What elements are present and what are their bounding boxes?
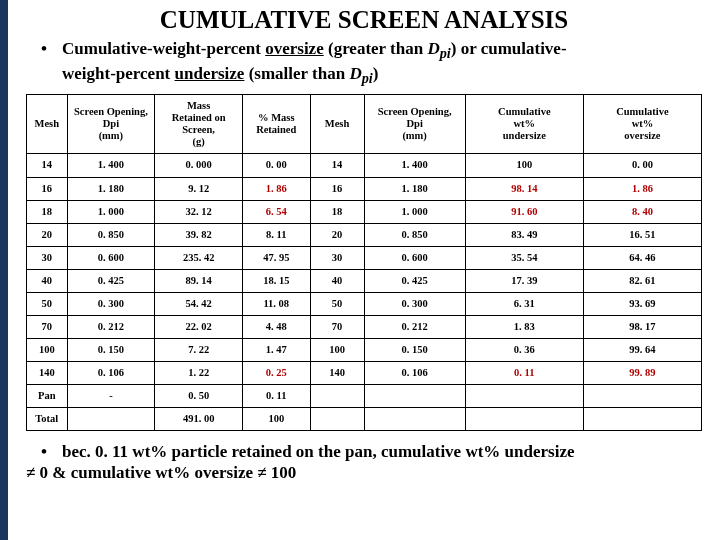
table-cell: 54. 42 [155, 292, 243, 315]
table-cell: 100 [310, 338, 364, 361]
table-row: 1000. 1507. 221. 471000. 1500. 3699. 64 [27, 338, 702, 361]
table-cell: 70 [310, 315, 364, 338]
table-cell: 16. 51 [583, 223, 701, 246]
table-cell: 1. 22 [155, 362, 243, 385]
definition-bullet: • Cumulative-weight-percent oversize (gr… [26, 38, 702, 88]
table-cell: 35. 54 [465, 246, 583, 269]
table-cell: 70 [27, 315, 68, 338]
bullet-icon: • [26, 441, 62, 462]
table-cell: 14 [27, 154, 68, 177]
table-cell: 0. 11 [465, 362, 583, 385]
table-row: 141. 4000. 0000. 00141. 4001000. 00 [27, 154, 702, 177]
table-cell: 0. 850 [364, 223, 465, 246]
table-cell: 9. 12 [155, 177, 243, 200]
table-cell: 0. 425 [67, 269, 155, 292]
table-cell [465, 385, 583, 408]
bullet-icon: • [26, 38, 62, 88]
table-cell: 47. 95 [243, 246, 311, 269]
table-cell: 17. 39 [465, 269, 583, 292]
table-cell [67, 408, 155, 431]
table-cell: 99. 64 [583, 338, 701, 361]
table-cell: 1. 47 [243, 338, 311, 361]
table-cell [465, 408, 583, 431]
table-cell: 98. 17 [583, 315, 701, 338]
table-row: 500. 30054. 4211. 08500. 3006. 3193. 69 [27, 292, 702, 315]
col-mesh-2: Mesh [310, 95, 364, 154]
col-opening-2: Screen Opening,Dpi(mm) [364, 95, 465, 154]
col-cum-oversize: Cumulativewt%oversize [583, 95, 701, 154]
table-cell: 1. 180 [67, 177, 155, 200]
table-cell: 1. 400 [67, 154, 155, 177]
table-row: 1400. 1061. 220. 251400. 1060. 1199. 89 [27, 362, 702, 385]
table-cell: 50 [27, 292, 68, 315]
table-cell: 30 [27, 246, 68, 269]
table-row: 161. 1809. 121. 86161. 18098. 141. 86 [27, 177, 702, 200]
table-cell: 0. 00 [583, 154, 701, 177]
table-cell: 20 [310, 223, 364, 246]
table-cell [583, 408, 701, 431]
col-cum-undersize: Cumulativewt%undersize [465, 95, 583, 154]
col-pct-mass: % MassRetained [243, 95, 311, 154]
table-cell: 30 [310, 246, 364, 269]
table-cell: 6. 54 [243, 200, 311, 223]
table-cell: 140 [310, 362, 364, 385]
table-cell: 0. 300 [67, 292, 155, 315]
table-cell: 0. 212 [364, 315, 465, 338]
table-cell: 7. 22 [155, 338, 243, 361]
table-cell: 11. 08 [243, 292, 311, 315]
table-cell: 32. 12 [155, 200, 243, 223]
table-cell: 93. 69 [583, 292, 701, 315]
table-cell: 1. 000 [67, 200, 155, 223]
table-cell: 4. 48 [243, 315, 311, 338]
table-cell: 8. 40 [583, 200, 701, 223]
table-cell: 1. 83 [465, 315, 583, 338]
table-cell: 39. 82 [155, 223, 243, 246]
table-cell: 140 [27, 362, 68, 385]
table-cell: 235. 42 [155, 246, 243, 269]
table-cell: 16 [27, 177, 68, 200]
table-cell: 18 [310, 200, 364, 223]
table-cell: 0. 25 [243, 362, 311, 385]
col-opening: Screen Opening,Dpi(mm) [67, 95, 155, 154]
table-cell: 40 [310, 269, 364, 292]
table-cell: 82. 61 [583, 269, 701, 292]
table-cell: 83. 49 [465, 223, 583, 246]
table-cell: 0. 300 [364, 292, 465, 315]
table-row-pan: Pan-0. 500. 11 [27, 385, 702, 408]
table-cell: 0. 150 [67, 338, 155, 361]
table-cell: 1. 000 [364, 200, 465, 223]
footnote-bullet: •bec. 0. 11 wt% particle retained on the… [26, 441, 702, 484]
table-cell: 91. 60 [465, 200, 583, 223]
page-title: CUMULATIVE SCREEN ANALYSIS [26, 6, 702, 34]
table-header-row: Mesh Screen Opening,Dpi(mm) MassRetained… [27, 95, 702, 154]
table-cell: 100 [27, 338, 68, 361]
table-cell: 0. 106 [364, 362, 465, 385]
table-cell: 0. 50 [155, 385, 243, 408]
table-cell: 14 [310, 154, 364, 177]
table-cell: 0. 212 [67, 315, 155, 338]
table-cell: 40 [27, 269, 68, 292]
table-cell: 1. 180 [364, 177, 465, 200]
table-cell [364, 385, 465, 408]
table-cell: Total [27, 408, 68, 431]
table-cell [310, 385, 364, 408]
table-cell: 0. 850 [67, 223, 155, 246]
table-cell: 0. 106 [67, 362, 155, 385]
table-cell: Pan [27, 385, 68, 408]
table-row: 700. 21222. 024. 48700. 2121. 8398. 17 [27, 315, 702, 338]
table-cell: 0. 000 [155, 154, 243, 177]
col-mesh: Mesh [27, 95, 68, 154]
table-cell: 22. 02 [155, 315, 243, 338]
table-cell: 1. 86 [243, 177, 311, 200]
col-mass-retained: MassRetained onScreen,(g) [155, 95, 243, 154]
analysis-table: Mesh Screen Opening,Dpi(mm) MassRetained… [26, 94, 702, 431]
table-row: 181. 00032. 126. 54181. 00091. 608. 40 [27, 200, 702, 223]
table-cell: 8. 11 [243, 223, 311, 246]
table-cell [583, 385, 701, 408]
table-cell: 491. 00 [155, 408, 243, 431]
table-cell: 18 [27, 200, 68, 223]
table-row: 400. 42589. 1418. 15400. 42517. 3982. 61 [27, 269, 702, 292]
table-cell [364, 408, 465, 431]
table-cell: 0. 11 [243, 385, 311, 408]
table-cell: 20 [27, 223, 68, 246]
